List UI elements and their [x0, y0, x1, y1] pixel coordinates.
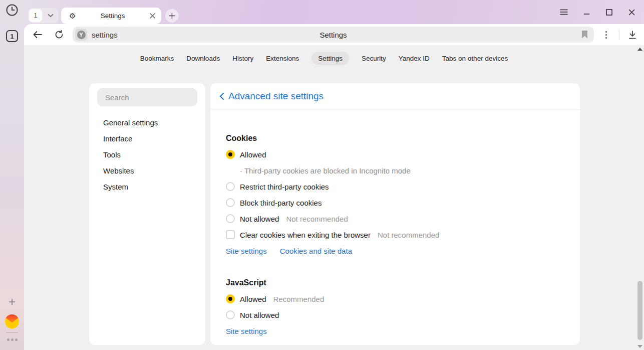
tab-strip: 1 ⚙ Settings — [24, 0, 544, 24]
back-button[interactable] — [31, 28, 45, 42]
radio-row-js-allowed[interactable]: Allowed Recommended — [226, 291, 580, 307]
checkbox-icon[interactable] — [226, 230, 235, 239]
radio-icon[interactable] — [226, 198, 235, 207]
not-recommended-note: Not recommended — [286, 215, 348, 223]
tab-panel-toggle[interactable]: 1 — [28, 8, 59, 23]
sidebar-list: General settings Interface Tools Website… — [89, 114, 205, 195]
radio-label: Not allowed — [240, 215, 279, 223]
sidebar-item-websites[interactable]: Websites — [89, 162, 205, 179]
left-rail: 1 + — [0, 0, 24, 350]
radio-row-cookies-not-allowed[interactable]: Not allowed Not recommended — [226, 211, 580, 227]
radio-row-js-not-allowed[interactable]: Not allowed — [226, 307, 580, 323]
radio-icon[interactable] — [226, 150, 235, 159]
cookies-links: Site settings Cookies and site data — [226, 243, 580, 259]
radio-label: Not allowed — [240, 311, 279, 319]
radio-icon[interactable] — [226, 310, 235, 319]
more-options-icon[interactable] — [599, 31, 613, 39]
radio-icon[interactable] — [226, 182, 235, 191]
scroll-up-icon[interactable] — [637, 48, 642, 51]
yandex-mail-icon[interactable] — [5, 314, 19, 328]
search-input[interactable] — [97, 88, 197, 106]
card-title[interactable]: Advanced site settings — [228, 91, 324, 102]
rail-add-icon[interactable]: + — [6, 296, 18, 308]
nav-security[interactable]: Security — [362, 52, 386, 65]
toolbar-separator — [619, 29, 619, 40]
radio-label: Restrict third-party cookies — [240, 183, 329, 191]
settings-nav: Bookmarks Downloads History Extensions S… — [24, 52, 624, 65]
checkbox-row-clear-cookies[interactable]: Clear cookies when exiting the browser N… — [226, 227, 580, 243]
radio-row-restrict-third-party[interactable]: Restrict third-party cookies — [226, 179, 580, 195]
nav-bookmarks[interactable]: Bookmarks — [140, 52, 174, 65]
tab-counter-badge[interactable]: 1 — [6, 30, 18, 42]
javascript-heading: JavaScript — [226, 275, 580, 291]
nav-settings[interactable]: Settings — [311, 52, 349, 65]
cookies-heading: Cookies — [226, 130, 580, 146]
radio-icon[interactable] — [226, 214, 235, 223]
sidebar-item-tools[interactable]: Tools — [89, 146, 205, 162]
radio-label: Allowed — [240, 295, 266, 303]
site-settings-link[interactable]: Site settings — [226, 327, 267, 335]
card-body: Cookies Allowed · Third-party cookies ar… — [210, 109, 580, 339]
page-scrollbar[interactable] — [636, 45, 644, 350]
nav-downloads[interactable]: Downloads — [186, 52, 220, 65]
site-settings-link[interactable]: Site settings — [226, 247, 267, 255]
downloads-icon[interactable] — [625, 28, 639, 42]
nav-history[interactable]: History — [232, 52, 253, 65]
toolbar: Y settings Settings — [24, 24, 644, 45]
tab-close-icon[interactable] — [150, 13, 155, 19]
settings-page: Bookmarks Downloads History Extensions S… — [24, 45, 644, 350]
minimize-icon[interactable] — [582, 8, 590, 16]
chevron-left-icon[interactable] — [217, 91, 227, 101]
maximize-icon[interactable] — [605, 8, 613, 16]
cookies-and-site-data-link[interactable]: Cookies and site data — [280, 247, 352, 255]
content-window: Y settings Settings Bookmarks Downloads — [24, 24, 644, 350]
nav-tabs-other-devices[interactable]: Tabs on other devices — [442, 52, 508, 65]
section-cookies: Cookies Allowed · Third-party cookies ar… — [226, 130, 580, 259]
advanced-site-settings-card: Advanced site settings Cookies Allowed ·… — [210, 83, 580, 345]
radio-row-block-third-party[interactable]: Block third-party cookies — [226, 195, 580, 211]
window-controls — [544, 0, 644, 24]
close-icon[interactable] — [627, 8, 635, 16]
new-tab-button[interactable] — [165, 9, 179, 23]
tab-count-badge: 1 — [29, 9, 42, 22]
reload-button[interactable] — [52, 28, 66, 42]
address-bar[interactable]: Y settings Settings — [73, 27, 594, 43]
sidebar-item-system[interactable]: System — [89, 179, 205, 195]
tab-title: Settings — [76, 12, 150, 20]
nav-extensions[interactable]: Extensions — [266, 52, 299, 65]
cookies-allowed-note: · Third-party cookies are blocked in Inc… — [226, 162, 580, 179]
not-recommended-note: Not recommended — [378, 231, 439, 239]
scroll-down-icon[interactable] — [637, 345, 642, 348]
tab-settings[interactable]: ⚙ Settings — [61, 8, 161, 24]
section-javascript: JavaScript Allowed Recommended Not allow… — [226, 275, 580, 339]
radio-label: Allowed — [240, 150, 266, 159]
bookmark-flag-icon[interactable] — [581, 31, 588, 39]
browser-window: 1 + 1 ⚙ Settings — [0, 0, 644, 350]
checkbox-label: Clear cookies when exiting the browser — [240, 231, 371, 239]
toolbar-actions — [599, 28, 639, 42]
javascript-links: Site settings — [226, 323, 580, 339]
browser-menu-icon[interactable] — [560, 8, 568, 16]
page-title: Settings — [73, 31, 594, 39]
rail-more-icon[interactable] — [6, 338, 18, 341]
scrollbar-thumb[interactable] — [637, 281, 642, 340]
sidebar-item-general-settings[interactable]: General settings — [89, 114, 205, 130]
radio-icon[interactable] — [226, 294, 235, 303]
settings-sidebar: General settings Interface Tools Website… — [89, 83, 205, 345]
gear-icon: ⚙ — [69, 12, 76, 20]
sidebar-item-interface[interactable]: Interface — [89, 130, 205, 146]
nav-yandex-id[interactable]: Yandex ID — [399, 52, 430, 65]
chevron-down-icon — [44, 9, 58, 22]
radio-row-cookies-allowed[interactable]: Allowed — [226, 146, 580, 162]
rail-divider — [6, 332, 18, 333]
card-header: Advanced site settings — [210, 83, 580, 109]
recommended-note: Recommended — [273, 295, 325, 303]
history-clock-icon[interactable] — [6, 4, 19, 17]
radio-label: Block third-party cookies — [240, 199, 321, 207]
